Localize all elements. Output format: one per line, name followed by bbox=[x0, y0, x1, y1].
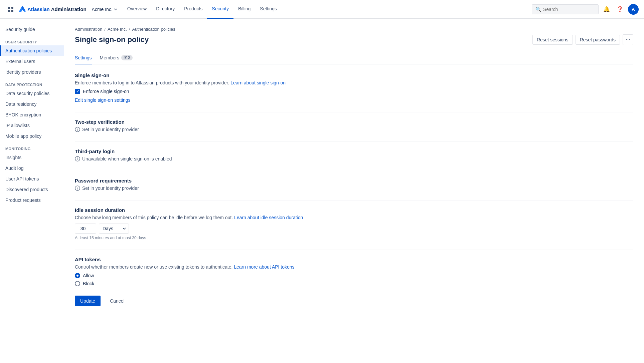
sidebar: Security guide USER SECURITY Authenticat… bbox=[0, 19, 64, 363]
idle-duration-input[interactable] bbox=[75, 224, 96, 234]
help-icon[interactable]: ❓ bbox=[615, 4, 625, 15]
main-layout: Security guide USER SECURITY Authenticat… bbox=[0, 19, 644, 363]
reset-passwords-button[interactable]: Reset passwords bbox=[576, 35, 620, 45]
nav-right-actions: 🔍 🔔 ❓ A bbox=[532, 4, 639, 15]
third-party-info: i Unavailable when single sign-on is ena… bbox=[75, 156, 633, 161]
sidebar-item-discovered-products[interactable]: Discovered products bbox=[0, 184, 64, 195]
third-party-title: Third-party login bbox=[75, 148, 633, 154]
breadcrumb: Administration / Acme Inc. / Authenticat… bbox=[75, 27, 633, 32]
sso-learn-link[interactable]: Learn about single sign-on bbox=[230, 80, 286, 85]
sidebar-item-insights[interactable]: Insights bbox=[0, 152, 64, 163]
nav-directory[interactable]: Directory bbox=[151, 0, 179, 19]
main-content: Administration / Acme Inc. / Authenticat… bbox=[64, 19, 644, 363]
cancel-button[interactable]: Cancel bbox=[105, 296, 130, 306]
sidebar-item-audit-log[interactable]: Audit log bbox=[0, 163, 64, 173]
idle-session-desc-text: Choose how long members of this policy c… bbox=[75, 215, 233, 220]
idle-session-section: Idle session duration Choose how long me… bbox=[75, 207, 633, 240]
nav-settings[interactable]: Settings bbox=[255, 0, 282, 19]
sidebar-item-external-users[interactable]: External users bbox=[0, 56, 64, 67]
search-icon: 🔍 bbox=[535, 7, 541, 12]
info-icon-third-party: i bbox=[75, 156, 80, 161]
update-button[interactable]: Update bbox=[75, 296, 101, 306]
sso-desc-text: Enforce members to log in to Atlassian p… bbox=[75, 80, 229, 85]
password-section: Password requirements i Set in your iden… bbox=[75, 178, 633, 191]
svg-rect-2 bbox=[8, 10, 10, 12]
api-tokens-radio-group: Allow Block bbox=[75, 273, 633, 286]
sidebar-item-auth-policies[interactable]: Authentication policies bbox=[0, 45, 64, 56]
idle-session-title: Idle session duration bbox=[75, 207, 633, 213]
enforce-sso-row: ✓ Enforce single sign-on bbox=[75, 89, 633, 94]
breadcrumb-org[interactable]: Acme Inc. bbox=[108, 27, 127, 32]
radio-block[interactable] bbox=[75, 281, 80, 286]
enforce-sso-label: Enforce single sign-on bbox=[83, 89, 129, 94]
avatar[interactable]: A bbox=[628, 4, 639, 15]
sso-title: Single sign-on bbox=[75, 72, 633, 78]
radio-allow-row[interactable]: Allow bbox=[75, 273, 633, 278]
radio-allow-dot bbox=[76, 275, 78, 277]
idle-unit-select[interactable]: Minutes Hours Days bbox=[99, 224, 129, 234]
divider-4 bbox=[75, 200, 633, 201]
sidebar-section-data-protection: DATA PROTECTION bbox=[0, 77, 64, 88]
nav-security[interactable]: Security bbox=[207, 0, 233, 19]
password-info-text: Set in your identity provider bbox=[82, 186, 139, 191]
sidebar-item-data-security[interactable]: Data security policies bbox=[0, 88, 64, 99]
sidebar-item-ip-allowlists[interactable]: IP allowlists bbox=[0, 120, 64, 131]
more-actions-button[interactable]: ··· bbox=[623, 34, 633, 45]
admin-label: Administration bbox=[51, 6, 87, 12]
api-tokens-section: API tokens Control whether members creat… bbox=[75, 257, 633, 286]
breadcrumb-sep-1: / bbox=[104, 27, 106, 32]
divider-3 bbox=[75, 171, 633, 171]
idle-session-hint: At least 15 minutes and at most 30 days bbox=[75, 236, 633, 240]
notifications-icon[interactable]: 🔔 bbox=[601, 4, 612, 15]
tabs: Settings Members 913 bbox=[75, 52, 633, 64]
sidebar-item-user-api-tokens[interactable]: User API tokens bbox=[0, 173, 64, 184]
brand-name: Atlassian bbox=[27, 6, 50, 12]
info-icon-two-step: i bbox=[75, 127, 80, 132]
tab-members-badge: 913 bbox=[121, 55, 133, 60]
tab-settings-label: Settings bbox=[75, 55, 92, 60]
divider-5 bbox=[75, 250, 633, 250]
svg-text:i: i bbox=[77, 127, 78, 131]
sidebar-item-identity-providers[interactable]: Identity providers bbox=[0, 67, 64, 77]
sidebar-item-security-guide[interactable]: Security guide bbox=[0, 24, 64, 35]
sidebar-section-monitoring: MONITORING bbox=[0, 141, 64, 152]
tab-members-label: Members bbox=[100, 55, 119, 60]
sidebar-item-mobile-app[interactable]: Mobile app policy bbox=[0, 131, 64, 141]
radio-block-label: Block bbox=[83, 281, 94, 286]
enforce-sso-checkbox[interactable]: ✓ bbox=[75, 89, 80, 94]
header-actions: Reset sessions Reset passwords ··· bbox=[532, 34, 633, 45]
two-step-section: Two-step verification i Set in your iden… bbox=[75, 119, 633, 132]
page-header: Single sign-on policy Reset sessions Res… bbox=[75, 34, 633, 45]
nav-billing[interactable]: Billing bbox=[233, 0, 255, 19]
radio-allow[interactable] bbox=[75, 273, 80, 278]
svg-rect-1 bbox=[11, 7, 13, 9]
sidebar-item-byok[interactable]: BYOK encryption bbox=[0, 109, 64, 120]
two-step-info-text: Set in your identity provider bbox=[82, 127, 139, 132]
idle-session-link[interactable]: Learn about idle session duration bbox=[234, 215, 303, 220]
api-tokens-desc: Control whether members create new or us… bbox=[75, 264, 633, 270]
api-tokens-link[interactable]: Learn more about API tokens bbox=[234, 264, 294, 270]
brand-logo: Atlassian Administration bbox=[19, 6, 87, 13]
reset-sessions-button[interactable]: Reset sessions bbox=[532, 35, 573, 45]
nav-products[interactable]: Products bbox=[179, 0, 207, 19]
breadcrumb-policies[interactable]: Authentication policies bbox=[132, 27, 175, 32]
svg-rect-3 bbox=[11, 10, 13, 12]
radio-block-row[interactable]: Block bbox=[75, 281, 633, 286]
tab-settings[interactable]: Settings bbox=[75, 52, 92, 64]
info-icon-password: i bbox=[75, 186, 80, 191]
edit-sso-link[interactable]: Edit single sign-on settings bbox=[75, 97, 131, 103]
search-box[interactable]: 🔍 bbox=[532, 4, 599, 14]
svg-text:i: i bbox=[77, 186, 78, 190]
divider-1 bbox=[75, 112, 633, 112]
search-input[interactable] bbox=[543, 7, 595, 12]
sidebar-item-product-requests[interactable]: Product requests bbox=[0, 195, 64, 206]
breadcrumb-admin[interactable]: Administration bbox=[75, 27, 102, 32]
sso-desc: Enforce members to log in to Atlassian p… bbox=[75, 80, 633, 85]
sidebar-item-data-residency[interactable]: Data residency bbox=[0, 99, 64, 109]
nav-overview[interactable]: Overview bbox=[123, 0, 151, 19]
svg-text:i: i bbox=[77, 157, 78, 161]
svg-rect-0 bbox=[8, 7, 10, 9]
apps-grid-icon[interactable] bbox=[5, 4, 16, 15]
org-selector[interactable]: Acme Inc. bbox=[89, 7, 120, 12]
tab-members[interactable]: Members 913 bbox=[100, 52, 133, 64]
